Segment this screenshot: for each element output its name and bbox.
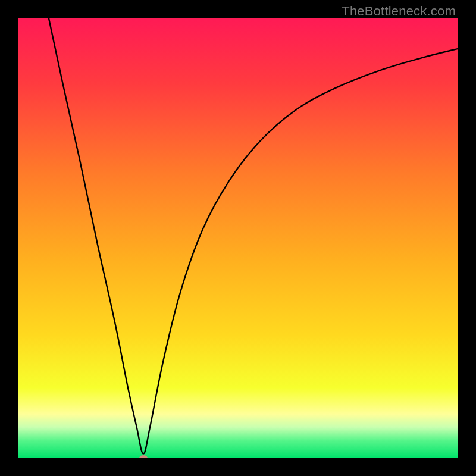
optimum-marker bbox=[139, 455, 148, 458]
watermark-text: TheBottleneck.com bbox=[342, 4, 456, 19]
bottleneck-curve bbox=[18, 18, 458, 458]
chart-frame: TheBottleneck.com bbox=[0, 0, 476, 476]
plot-area bbox=[18, 18, 458, 458]
